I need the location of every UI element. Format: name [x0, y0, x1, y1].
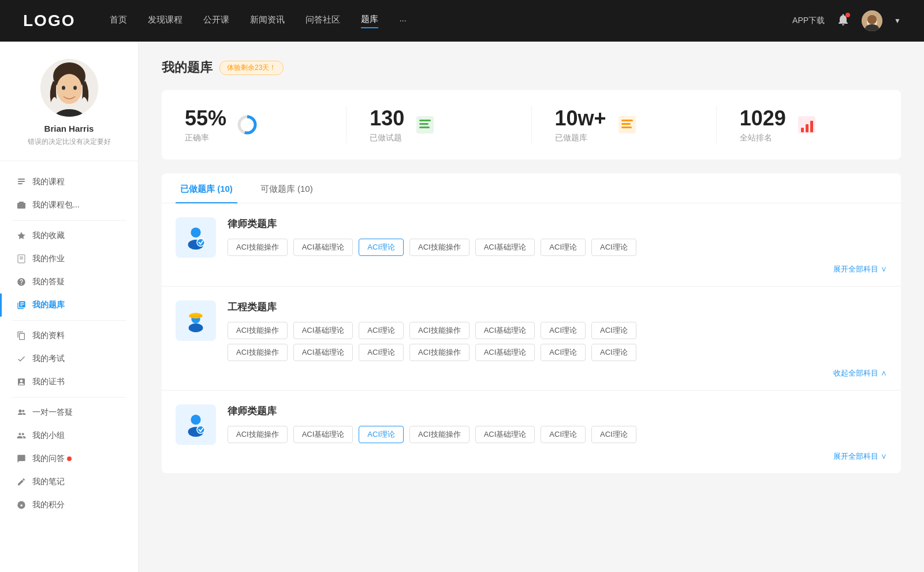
tag[interactable]: ACI基础理论: [475, 426, 535, 443]
qbank-header: 律师类题库 ACI技能操作 ACI基础理论 ACI理论 ACI技能操作 ACI基…: [176, 217, 887, 277]
svg-point-24: [243, 120, 252, 129]
user-avatar[interactable]: [862, 10, 882, 31]
tag[interactable]: ACI基础理论: [293, 344, 353, 361]
nav-home[interactable]: 首页: [110, 14, 127, 28]
sidebar-item-course[interactable]: 我的课程: [0, 170, 138, 194]
tab-done[interactable]: 已做题库 (10): [176, 173, 237, 203]
bar-red-icon: [795, 113, 818, 136]
stat-banks: 10w+ 已做题库: [555, 106, 717, 143]
qbank-section-lawyer-1: 律师类题库 ACI技能操作 ACI基础理论 ACI理论 ACI技能操作 ACI基…: [162, 203, 901, 287]
tag[interactable]: ACI基础理论: [475, 322, 535, 339]
sidebar-divider: [12, 220, 126, 221]
stat-exercises: 130 已做试题: [370, 106, 531, 143]
tag[interactable]: ACI技能操作: [409, 344, 470, 361]
nav-discover[interactable]: 发现课程: [148, 14, 182, 28]
list-orange-icon: [616, 113, 639, 136]
tabs-row: 已做题库 (10) 可做题库 (10): [162, 173, 901, 203]
tag[interactable]: ACI理论: [541, 426, 586, 443]
sidebar-item-notes[interactable]: 我的笔记: [0, 470, 138, 493]
sidebar-item-qa[interactable]: 我的问答: [0, 447, 138, 470]
tag[interactable]: ACI技能操作: [409, 239, 470, 256]
sidebar-item-cert[interactable]: 我的证书: [0, 370, 138, 393]
tags-row-2b: ACI技能操作 ACI基础理论 ACI理论 ACI技能操作 ACI基础理论 AC…: [228, 344, 887, 361]
svg-rect-31: [621, 123, 631, 125]
qbank-section-lawyer-2: 律师类题库 ACI技能操作 ACI基础理论 ACI理论 ACI技能操作 ACI基…: [162, 391, 901, 473]
tag[interactable]: ACI基础理论: [293, 239, 353, 256]
tag-active[interactable]: ACI理论: [359, 239, 404, 256]
tag[interactable]: ACI基础理论: [293, 426, 353, 443]
exam-icon: [16, 354, 27, 364]
page-wrapper: Brian Harris 错误的决定比没有决定要好 我的课程 我的课程包...: [0, 0, 924, 572]
sidebar-divider: [12, 320, 126, 321]
tag[interactable]: ACI理论: [591, 322, 636, 339]
tag[interactable]: ACI理论: [359, 344, 404, 361]
sidebar-label: 我的笔记: [32, 477, 65, 487]
qbank-header: 律师类题库 ACI技能操作 ACI基础理论 ACI理论 ACI技能操作 ACI基…: [176, 404, 887, 464]
svg-rect-27: [419, 123, 429, 125]
nav-news[interactable]: 新闻资讯: [250, 14, 285, 28]
nav-opencourse[interactable]: 公开课: [203, 14, 229, 28]
qbank-name: 工程类题库: [228, 300, 887, 314]
notes-icon: [16, 477, 27, 487]
tag[interactable]: ACI技能操作: [228, 426, 288, 443]
sidebar-label: 我的小组: [32, 430, 65, 441]
sidebar-item-qbank[interactable]: 我的题库: [0, 294, 138, 317]
stat-label: 已做题库: [555, 133, 606, 143]
sidebar-item-homework[interactable]: 我的作业: [0, 247, 138, 270]
sidebar-item-material[interactable]: 我的资料: [0, 324, 138, 347]
tag-active[interactable]: ACI理论: [359, 426, 404, 443]
nav-qa[interactable]: 问答社区: [305, 14, 340, 28]
tag[interactable]: ACI技能操作: [228, 239, 288, 256]
tag[interactable]: ACI技能操作: [409, 426, 470, 443]
question-icon: [16, 277, 27, 287]
lawyer-icon-wrap-2: [176, 404, 216, 445]
sidebar-item-exam[interactable]: 我的考试: [0, 347, 138, 370]
sidebar-item-one-one[interactable]: 一对一答疑: [0, 401, 138, 424]
collapse-link[interactable]: 收起全部科目 ∧: [228, 366, 887, 381]
tab-available[interactable]: 可做题库 (10): [256, 173, 318, 203]
topnav-menu: 首页 发现课程 公开课 新闻资讯 问答社区 题库 ···: [110, 14, 792, 28]
tag[interactable]: ACI基础理论: [475, 344, 535, 361]
user-dropdown-arrow[interactable]: ▼: [894, 17, 901, 25]
svg-point-6: [57, 74, 82, 104]
sidebar-item-favorites[interactable]: 我的收藏: [0, 224, 138, 247]
stats-row: 55% 正确率 130 已做试题: [162, 90, 901, 159]
tag[interactable]: ACI理论: [591, 239, 636, 256]
sidebar-item-qa-mine[interactable]: 我的答疑: [0, 270, 138, 294]
engineer-icon-wrap: [176, 300, 216, 341]
stat-correct-rate: 55% 正确率: [185, 106, 346, 143]
qa-icon: [16, 454, 27, 464]
qbank-section-engineer: 工程类题库 ACI技能操作 ACI基础理论 ACI理论 ACI技能操作 ACI基…: [162, 287, 901, 391]
app-download-link[interactable]: APP下载: [792, 16, 825, 26]
notification-bell[interactable]: [836, 13, 850, 29]
stat-label: 已做试题: [370, 133, 404, 143]
expand-link-3[interactable]: 展开全部科目 ∨: [228, 448, 887, 464]
page-header: 我的题库 体验剩余23天！: [162, 59, 901, 76]
stat-value: 55%: [185, 106, 226, 131]
svg-rect-14: [19, 202, 24, 203]
tag[interactable]: ACI理论: [541, 344, 586, 361]
tag[interactable]: ACI理论: [541, 239, 586, 256]
sidebar-item-points[interactable]: ★ 我的积分: [0, 493, 138, 517]
stat-value: 130: [370, 106, 404, 131]
sidebar-label: 我的证书: [32, 377, 65, 387]
tag[interactable]: ACI理论: [591, 426, 636, 443]
nav-more[interactable]: ···: [399, 15, 407, 27]
sidebar: Brian Harris 错误的决定比没有决定要好 我的课程 我的课程包...: [0, 42, 139, 572]
tag[interactable]: ACI技能操作: [409, 322, 470, 339]
tag[interactable]: ACI理论: [359, 322, 404, 339]
tag[interactable]: ACI技能操作: [228, 344, 288, 361]
sidebar-item-group[interactable]: 我的小组: [0, 424, 138, 447]
tag[interactable]: ACI基础理论: [293, 322, 353, 339]
tags-row-2a: ACI技能操作 ACI基础理论 ACI理论 ACI技能操作 ACI基础理论 AC…: [228, 322, 887, 339]
nav-qbank[interactable]: 题库: [361, 14, 378, 28]
sidebar-item-package[interactable]: 我的课程包...: [0, 194, 138, 217]
one-one-icon: [16, 407, 27, 418]
expand-link-1[interactable]: 展开全部科目 ∨: [228, 261, 887, 277]
tag[interactable]: ACI技能操作: [228, 322, 288, 339]
tag[interactable]: ACI基础理论: [475, 239, 535, 256]
sidebar-label: 我的课程包...: [32, 200, 80, 210]
svg-rect-36: [810, 121, 813, 132]
tag[interactable]: ACI理论: [591, 344, 636, 361]
tag[interactable]: ACI理论: [541, 322, 586, 339]
